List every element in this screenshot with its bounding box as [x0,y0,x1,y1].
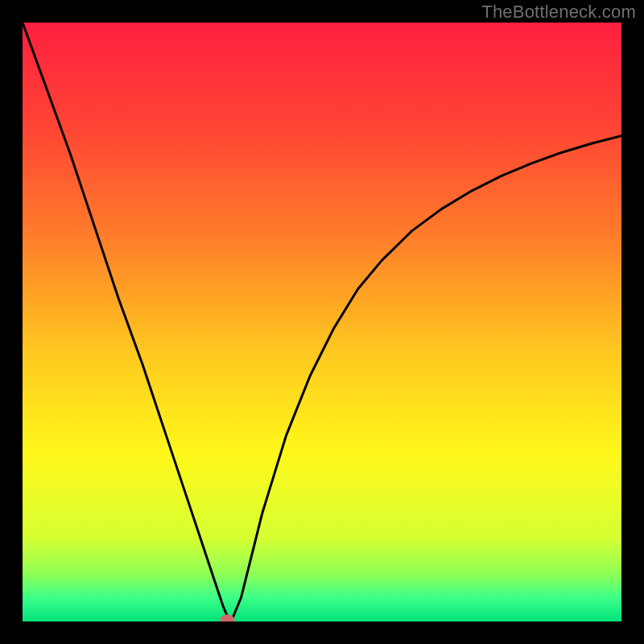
gradient-background [23,23,621,621]
chart-svg [23,23,621,621]
plot-area [23,23,621,621]
chart-frame: TheBottleneck.com [0,0,644,644]
watermark-text: TheBottleneck.com [481,2,636,23]
